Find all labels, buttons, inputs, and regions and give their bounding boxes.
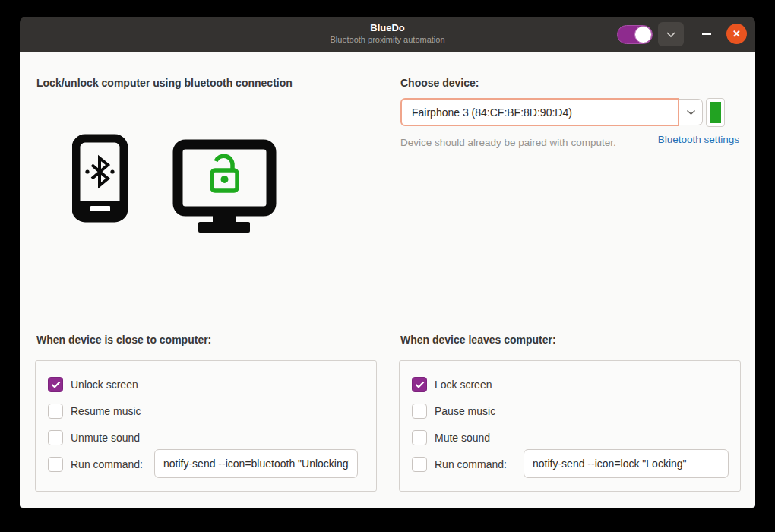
device-combobox[interactable]: Fairphone 3 (84:CF:BF:8D:90:D4) — [400, 98, 679, 126]
option-label: Resume music — [71, 405, 141, 417]
connection-status-indicator — [706, 98, 725, 127]
mute-sound-checkbox[interactable] — [412, 430, 427, 445]
unmute-sound-checkbox[interactable] — [48, 430, 63, 445]
device-combobox-dropdown-button[interactable] — [679, 99, 703, 125]
monitor-unlock-icon — [178, 144, 271, 233]
chevron-down-icon — [686, 109, 696, 116]
option-row: Run command: — [412, 456, 507, 472]
main-content: Lock/unlock computer using bluetooth con… — [20, 52, 755, 508]
enable-toggle[interactable] — [617, 25, 653, 44]
leave-section-frame: Lock screen Pause music Mute sound Run c… — [399, 360, 741, 492]
close-icon: ✕ — [732, 28, 741, 40]
close-command-input[interactable] — [154, 449, 358, 478]
bluetooth-phone-icon — [76, 138, 124, 218]
option-label: Lock screen — [435, 378, 492, 391]
minimize-icon — [702, 33, 711, 35]
option-row: Resume music — [48, 403, 141, 419]
toggle-knob — [634, 26, 652, 43]
device-combobox-value: Fairphone 3 (84:CF:BF:8D:90:D4) — [412, 106, 572, 119]
option-row: Pause music — [412, 403, 495, 419]
app-window: BlueDo Bluetooth proximity automation ✕ … — [20, 17, 755, 508]
chevron-down-icon — [666, 31, 676, 38]
minimize-button[interactable] — [693, 17, 720, 52]
pause-music-checkbox[interactable] — [412, 404, 427, 419]
option-label: Pause music — [435, 405, 495, 417]
run-command-leave-checkbox[interactable] — [412, 457, 427, 472]
option-row: Lock screen — [412, 376, 492, 392]
leave-section-heading: When device leaves computer: — [400, 334, 556, 346]
option-label: Unmute sound — [71, 432, 140, 444]
titlebar: BlueDo Bluetooth proximity automation ✕ — [20, 17, 755, 52]
option-row: Mute sound — [412, 429, 490, 445]
option-row: Unlock screen — [48, 376, 138, 392]
option-label: Run command: — [435, 458, 507, 470]
illustration — [72, 131, 300, 293]
page-heading: Lock/unlock computer using bluetooth con… — [36, 77, 293, 89]
close-section-frame: Unlock screen Resume music Unmute sound … — [35, 360, 377, 492]
run-command-close-checkbox[interactable] — [48, 457, 63, 472]
pairing-hint: Device should already be paired with com… — [400, 137, 616, 148]
option-label: Mute sound — [435, 432, 490, 444]
lock-screen-checkbox[interactable] — [412, 377, 427, 392]
option-label: Run command: — [71, 458, 143, 470]
close-section-heading: When device is close to computer: — [36, 334, 211, 346]
option-label: Unlock screen — [71, 378, 138, 391]
choose-device-label: Choose device: — [400, 77, 479, 89]
bluetooth-settings-link[interactable]: Bluetooth settings — [658, 134, 739, 145]
menu-button[interactable] — [658, 22, 684, 46]
leave-command-input[interactable] — [524, 449, 729, 478]
option-row: Unmute sound — [48, 429, 140, 445]
close-button[interactable]: ✕ — [726, 24, 747, 44]
option-row: Run command: — [48, 456, 143, 472]
connection-status-bar — [710, 102, 721, 123]
unlock-screen-checkbox[interactable] — [48, 377, 63, 392]
resume-music-checkbox[interactable] — [48, 404, 63, 419]
